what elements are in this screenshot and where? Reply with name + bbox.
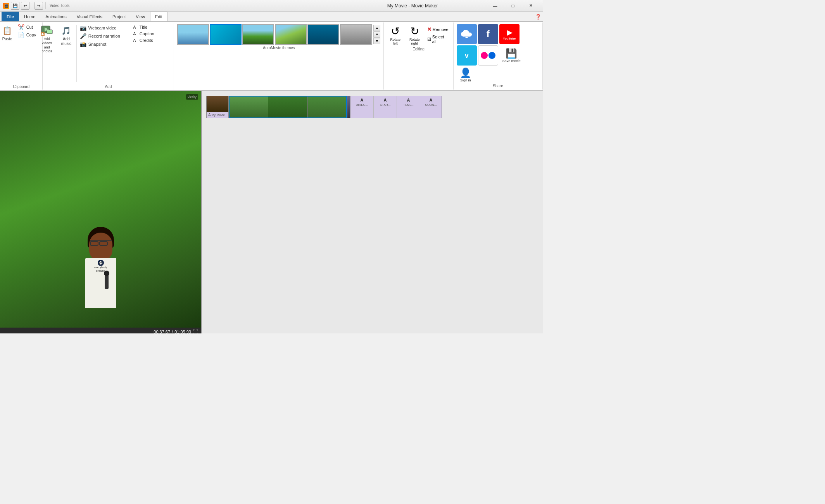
tab-edit[interactable]: Edit [150, 12, 167, 21]
clipboard-group-label: Clipboard [13, 85, 29, 89]
glasses [90, 240, 112, 246]
sign-in-button[interactable]: 👤 Sign in [457, 67, 475, 83]
save-movie-icon: 💾 [506, 48, 517, 59]
preview-pane: everybodydreams ⚽ vlcrity 00:37,67 / 01: [0, 91, 202, 333]
automovie-label: AutoMovie themes [177, 46, 380, 50]
add-small-group2: A Title A Caption A Credits [129, 24, 180, 43]
share-facebook-button[interactable]: f [478, 24, 498, 44]
add-videos-button[interactable]: Add videosand photos [37, 23, 57, 55]
theme-mist[interactable] [340, 24, 372, 45]
credit-icon-1: A [361, 98, 364, 102]
themes-down-arrow[interactable]: ▼ [373, 38, 380, 44]
rotate-left-label: Rotateleft [390, 38, 400, 45]
paste-button[interactable]: 📋 Paste [0, 23, 16, 43]
video-subject: everybodydreams ⚽ [0, 91, 201, 328]
paste-icon: 📋 [1, 24, 14, 37]
add-music-button[interactable]: 🎵 Addmusic [58, 23, 75, 47]
glass-left [90, 241, 98, 246]
help-icon[interactable]: ❓ [535, 14, 541, 20]
credits-icon: A [131, 38, 138, 43]
fullscreen-button[interactable]: ⛶ [193, 329, 198, 333]
credit-text-4: SOUN... [425, 103, 437, 107]
themes-expand-arrow[interactable]: ▼ [373, 31, 380, 38]
title-icon: A [131, 25, 138, 29]
time-display: 00:37,67 / 01:05,93 ⛶ [0, 328, 201, 333]
credit-4[interactable]: A SOUN... [420, 96, 442, 118]
share-vimeo-button[interactable]: v [457, 45, 477, 66]
minimize-button[interactable]: — [486, 0, 504, 12]
close-button[interactable]: ✕ [522, 0, 540, 12]
svg-text:☁: ☁ [465, 35, 468, 39]
clip-frame-2 [268, 97, 307, 117]
storyboard-pane: A My Movie [202, 91, 543, 333]
clip-icon-1: A [208, 113, 211, 117]
tab-visual-effects[interactable]: Visual Effects [72, 12, 107, 21]
theme-sky[interactable] [177, 24, 209, 45]
rotate-right-button[interactable]: ↻ Rotate right [406, 24, 423, 46]
remove-button[interactable]: ✕ Remove [426, 26, 450, 33]
paste-label: Paste [2, 37, 12, 41]
save-quick-btn[interactable]: 💾 [11, 2, 19, 10]
remove-select-group: ✕ Remove ☑ Select all [426, 26, 450, 45]
credit-2[interactable]: A STAR... [374, 96, 397, 118]
add-divider [76, 25, 77, 82]
add-music-icon: 🎵 [60, 24, 72, 37]
story-clip-1[interactable]: A My Movie [206, 96, 229, 118]
share-flickr-button[interactable] [478, 45, 498, 66]
story-clip-credits[interactable]: A DIREC... A STAR... A FILME... A [347, 96, 442, 118]
select-all-button[interactable]: ☑ Select all [426, 34, 450, 45]
credits-label-row: A DIREC... A STAR... A FILME... A [350, 96, 442, 118]
record-narration-button[interactable]: 🎤 Record narration [78, 32, 129, 40]
automovie-group: ▲ ▼ ▼ AutoMovie themes [174, 22, 384, 90]
webcam-label: Webcam video [88, 26, 117, 30]
theme-mountain[interactable] [242, 24, 274, 45]
title-bar-left: 🎬 💾 ↩ ↪ Video Tools [3, 2, 69, 10]
share-cloud-button[interactable]: ☁ [457, 24, 477, 44]
credit-text-3: FILME... [402, 103, 414, 107]
sign-in-label: Sign in [460, 78, 471, 82]
shirt-text: everybodydreams [87, 266, 114, 273]
tab-file[interactable]: File [2, 12, 19, 21]
total-time: 01:05,93 [174, 330, 191, 333]
webcam-icon: 📷 [80, 25, 87, 31]
themes-up-arrow[interactable]: ▲ [373, 25, 380, 31]
undo-quick-btn[interactable]: ↩ [21, 2, 29, 10]
credits-button[interactable]: A Credits [129, 37, 180, 43]
clip-frame-3 [308, 97, 346, 117]
theme-ocean[interactable] [307, 24, 339, 45]
app-icon: 🎬 [3, 3, 9, 9]
credits-label: Credits [140, 38, 153, 43]
caption-button[interactable]: A Caption [129, 31, 180, 37]
tab-animations[interactable]: Animations [40, 12, 71, 21]
save-movie-label: Save movie [502, 59, 521, 63]
redo-quick-btn[interactable]: ↪ [35, 2, 43, 10]
person-container: everybodydreams ⚽ [70, 227, 132, 328]
credit-3[interactable]: A FILME... [397, 96, 420, 118]
tab-home[interactable]: Home [19, 12, 40, 21]
title-button[interactable]: A Title [129, 24, 180, 30]
save-movie-button[interactable]: 💾 Save movie [499, 47, 524, 64]
rotate-left-button[interactable]: ↺ Rotateleft [387, 24, 404, 46]
caption-icon: A [131, 31, 138, 36]
add-videos-icon [41, 24, 53, 37]
credit-text-1: DIREC... [356, 103, 368, 107]
credits-bg-clip [347, 96, 350, 118]
ribbon: 📋 Paste ✂️ Cut 📄 Copy Clipboard [0, 22, 543, 91]
tab-view[interactable]: View [131, 12, 150, 21]
tab-project[interactable]: Project [107, 12, 131, 21]
microphone [105, 273, 109, 289]
share-content: ☁ f ▶ YouTube v 💾 Save movie 👤 [457, 24, 539, 83]
theme-desert[interactable] [275, 24, 307, 45]
time-separator: / [172, 330, 173, 333]
share-youtube-button[interactable]: ▶ YouTube [499, 24, 520, 44]
select-all-label: Select all [432, 35, 449, 44]
maximize-button[interactable]: □ [504, 0, 522, 12]
story-clip-2[interactable] [229, 96, 347, 118]
credit-icon-4: A [430, 98, 433, 102]
theme-tropical[interactable] [210, 24, 242, 45]
cloud-icon: ☁ [461, 29, 473, 39]
webcam-button[interactable]: 📷 Webcam video [78, 24, 129, 32]
snapshot-button[interactable]: 📸 Snapshot [78, 40, 129, 48]
clipboard-group: 📋 Paste ✂️ Cut 📄 Copy Clipboard [0, 22, 43, 90]
credit-1[interactable]: A DIREC... [350, 96, 374, 118]
